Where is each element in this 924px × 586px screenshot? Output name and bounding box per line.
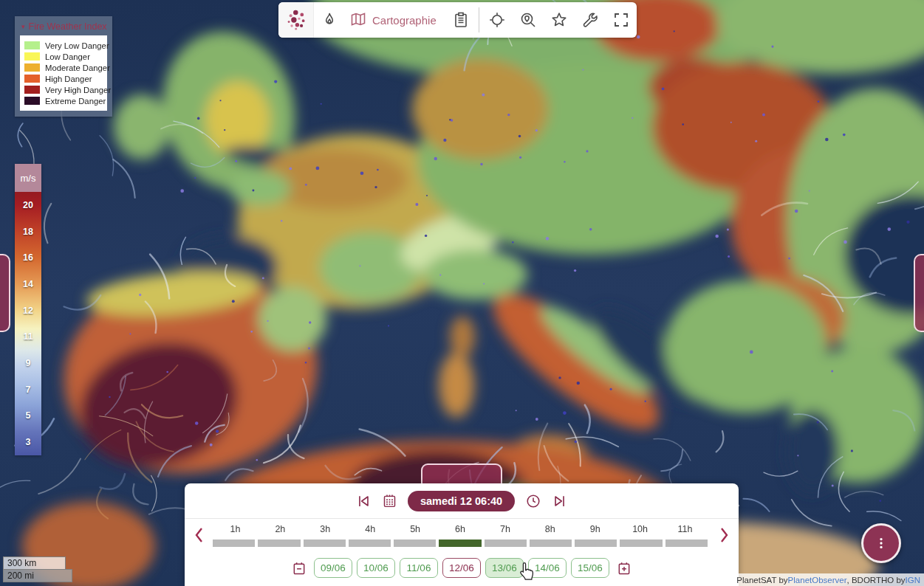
date-button[interactable]: 11/06 (400, 558, 438, 578)
timeline-dates: 09/06 10/06 11/06 12/06 13/06 14/06 15/0… (185, 558, 739, 578)
wind-scale-unit: m/s (15, 164, 41, 192)
date-button[interactable]: 13/06 (485, 558, 524, 578)
wrench-icon (581, 11, 599, 29)
map-icon (349, 11, 367, 29)
right-panel-handle[interactable] (914, 254, 924, 332)
toolbar-divider (479, 7, 479, 32)
app-window: ▾ Fire Weather Index Very Low Danger Low… (0, 0, 924, 586)
fullscreen-icon (612, 11, 630, 29)
chevron-right-icon (715, 525, 733, 545)
hour-segments-bar (213, 540, 708, 547)
swatch-extreme (24, 97, 40, 105)
date-button[interactable]: 09/06 (314, 558, 352, 578)
settings-button[interactable] (575, 2, 606, 38)
calendar-button[interactable] (382, 493, 397, 509)
date-range-minus-button[interactable] (292, 561, 307, 576)
locate-button[interactable] (482, 2, 513, 38)
scale-mi: 200 mi (3, 569, 72, 582)
hour-segment[interactable] (258, 540, 300, 547)
date-button[interactable]: 15/06 (571, 558, 609, 578)
hour-segment[interactable] (485, 540, 527, 547)
legend-item: Very Low Danger (24, 40, 103, 51)
timeline-header: samedi 12 06:40 (185, 483, 739, 519)
wind-scale-gradient: 20 18 16 14 12 11 9 7 5 3 (15, 192, 41, 455)
skip-previous-button[interactable] (355, 493, 372, 509)
swatch-moderate (24, 63, 40, 72)
search-location-icon (519, 11, 537, 29)
hour-segment[interactable] (349, 540, 391, 547)
date-range-plus-button[interactable] (617, 561, 632, 576)
logo-dots-icon (284, 7, 309, 32)
date-button[interactable]: 14/06 (528, 558, 567, 578)
date-button[interactable]: 10/06 (357, 558, 395, 578)
timeline-collapse-tab[interactable] (421, 463, 502, 486)
legend-item: Very High Danger (24, 84, 103, 95)
more-vert-icon (874, 536, 889, 551)
fire-mode-button[interactable] (314, 2, 345, 38)
hour-segment[interactable] (439, 540, 481, 547)
calendar-icon (382, 493, 397, 509)
hour-segment[interactable] (620, 540, 662, 547)
search-location-button[interactable] (513, 2, 544, 38)
map-attribution: PlanetSAT by PlanetObserver, BDORTHO by … (731, 573, 924, 586)
swatch-low (24, 52, 40, 61)
flame-icon (321, 11, 338, 29)
hour-segment[interactable] (530, 540, 572, 547)
calendar-minus-icon (292, 561, 307, 576)
hour-labels: 1h 2h 3h 4h 5h 6h 7h 8h 9h 10h 11h (213, 524, 708, 534)
caret-down-icon: ▾ (21, 23, 25, 30)
star-icon (550, 11, 568, 29)
hours-prev-button[interactable] (191, 525, 208, 545)
skip-previous-icon (355, 493, 372, 509)
crosshair-icon (488, 11, 506, 29)
left-panel-handle[interactable] (0, 254, 10, 332)
scale-km: 300 km (3, 556, 66, 569)
swatch-very-low (24, 41, 40, 49)
map-scale: 300 km 200 mi (3, 556, 72, 582)
hours-next-button[interactable] (715, 525, 733, 545)
cartography-label: Cartographie (372, 14, 437, 27)
clock-icon (525, 493, 541, 509)
date-button[interactable]: 12/06 (442, 558, 481, 578)
legend-item: Extreme Danger (24, 95, 103, 106)
legend-item: High Danger (24, 73, 103, 84)
legend-header[interactable]: ▾ Fire Weather Index (20, 20, 107, 35)
ign-link[interactable]: IGN (906, 576, 920, 585)
current-datetime-pill[interactable]: samedi 12 06:40 (408, 491, 515, 511)
legend-item: Low Danger (24, 51, 103, 62)
legend-items: Very Low Danger Low Danger Moderate Dang… (20, 35, 107, 111)
calendar-plus-icon (617, 561, 632, 576)
planetobserver-link[interactable]: PlanetObserver (788, 576, 847, 585)
more-options-fab[interactable] (861, 523, 901, 563)
hour-segment[interactable] (394, 540, 436, 547)
swatch-high (24, 75, 40, 83)
hour-segment[interactable] (575, 540, 617, 547)
swatch-very-high (24, 86, 40, 94)
timeline-panel: samedi 12 06:40 1h 2h 3h 4h 5h (185, 483, 739, 586)
legend-item: Moderate Danger (24, 62, 103, 73)
time-picker-button[interactable] (525, 493, 541, 509)
app-logo[interactable] (278, 2, 314, 38)
cartography-button[interactable]: Cartographie (345, 11, 445, 29)
fire-weather-index-legend: ▾ Fire Weather Index Very Low Danger Low… (15, 16, 112, 117)
legend-title: Fire Weather Index (29, 21, 107, 32)
wind-speed-scale: m/s 20 18 16 14 12 11 9 7 5 3 (15, 164, 41, 455)
favorites-button[interactable] (544, 2, 575, 38)
skip-next-icon (552, 493, 568, 509)
skip-next-button[interactable] (552, 493, 568, 509)
hour-segment[interactable] (665, 540, 708, 547)
fullscreen-button[interactable] (606, 2, 637, 38)
clipboard-icon (452, 11, 470, 29)
main-toolbar: Cartographie (278, 2, 637, 38)
timeline-hours: 1h 2h 3h 4h 5h 6h 7h 8h 9h 10h 11h (185, 519, 739, 553)
hour-segment[interactable] (213, 540, 255, 547)
report-button[interactable] (445, 2, 476, 38)
hour-segment[interactable] (304, 540, 346, 547)
chevron-left-icon (191, 525, 208, 545)
